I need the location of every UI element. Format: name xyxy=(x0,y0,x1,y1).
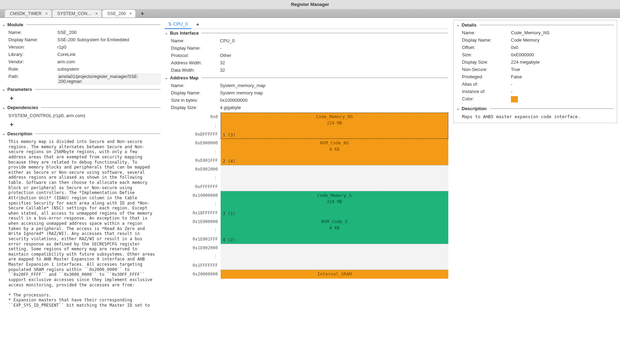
module-section-header[interactable]: ⌄ Module xyxy=(2,22,161,27)
details-description-header[interactable]: ⌄ Description xyxy=(456,106,614,111)
tab-label: SSE_200 xyxy=(107,10,126,17)
details-description-text: Maps to AHB5 master expansion code inter… xyxy=(456,113,614,119)
details-name-value: Code_Memory_NS xyxy=(511,30,614,35)
address-label: 0xE001FFF xyxy=(165,156,218,165)
details-inst-label: Instance of: xyxy=(462,89,511,94)
memory-segment[interactable]: Code_Memory_S224 MB3 (1) xyxy=(221,191,448,217)
address-label: 0x1E002000 xyxy=(165,244,218,252)
chevron-down-icon: ⌄ xyxy=(2,131,6,136)
details-display-value: Code Memory xyxy=(511,37,614,43)
module-display-value: SSE-200 Subsystem for Embedded xyxy=(57,37,161,42)
close-icon[interactable]: × xyxy=(129,10,132,17)
chevron-down-icon: ⌄ xyxy=(456,106,461,111)
details-display-label: Display Name: xyxy=(462,37,511,43)
close-icon[interactable]: × xyxy=(95,10,98,17)
module-panel: ⌄ Module Name:SSE_200 Display Name:SSE-2… xyxy=(0,18,163,364)
segment-name: NVM_Code_NS xyxy=(223,140,446,145)
bus-name-label: Name: xyxy=(171,38,220,43)
add-dependency-button[interactable]: + xyxy=(2,120,13,130)
bus-panel: ⇅ CPU_0 + ⌄ Bus Interface Name:CPU_0 Dis… xyxy=(163,18,450,364)
segment-name: NVM_Code_S xyxy=(223,219,446,224)
bus-interface-section-header[interactable]: ⌄ Bus Interface xyxy=(165,30,448,36)
dependencies-section-header[interactable]: ⌄ Dependencies xyxy=(2,105,161,110)
details-section-header[interactable]: ⌄ Details xyxy=(456,22,614,28)
segment-size: 8 KB xyxy=(223,147,446,152)
chevron-down-icon: ⌄ xyxy=(2,87,6,92)
memory-segment[interactable]: NVM_Code_NS8 KB2 (4) xyxy=(221,139,448,165)
details-priv-value: False xyxy=(511,74,614,79)
memory-segment[interactable]: Code_Memory_NS224 MB1 (3) xyxy=(221,113,448,139)
bus-protocol-value: Other xyxy=(220,53,448,58)
details-color-label: Color: xyxy=(462,96,511,104)
color-swatch[interactable] xyxy=(511,96,518,102)
segment-badge: 1 (3) xyxy=(223,133,235,137)
address-label: 0x0 xyxy=(165,113,218,121)
bus-awidth-value: 32 xyxy=(220,60,448,65)
window-title: Register Manager xyxy=(0,0,620,9)
module-vendor-value: arm.com xyxy=(57,59,161,64)
address-label: ⋮ xyxy=(165,148,218,156)
description-text: This memory map is divided into Secure a… xyxy=(2,138,161,308)
module-path-label: Path: xyxy=(8,74,57,84)
details-size-value: 0xE000000 xyxy=(511,52,614,57)
address-label: 0xE002000 xyxy=(165,165,218,174)
address-label: 0xE000000 xyxy=(165,139,218,148)
tab-label: SYSTEM_CON… xyxy=(57,10,92,17)
tab-cmsdk-timer[interactable]: CMSDK_TIMER × xyxy=(5,10,51,17)
module-role-label: Role: xyxy=(8,66,57,72)
memory-segment[interactable]: Internal_SRAM xyxy=(221,270,448,279)
address-map-section-header[interactable]: ⌄ Address Map xyxy=(165,75,448,80)
close-icon[interactable]: × xyxy=(45,10,48,17)
address-label: ⋮ xyxy=(165,226,218,235)
addrmap-display-label: Display Name: xyxy=(171,90,220,95)
address-label: 0x1E000000 xyxy=(165,217,218,226)
module-role-value: subsystem xyxy=(57,66,161,72)
segment-badge: 4 (2) xyxy=(223,237,235,242)
segment-badge: 3 (1) xyxy=(223,211,235,216)
module-library-value: CoreLink xyxy=(57,52,161,57)
details-alias-value: - xyxy=(511,81,614,87)
dependency-item[interactable]: SYSTEM_CONTROL (r1p0, arm.com) xyxy=(2,112,161,120)
details-dsize-value: 224 megabyte xyxy=(511,59,614,65)
memory-gap xyxy=(221,165,448,191)
details-ns-value: True xyxy=(511,67,614,72)
module-vendor-label: Vendor: xyxy=(8,59,57,64)
details-ns-label: Non-Secure: xyxy=(462,67,511,72)
address-label: ⋮ xyxy=(165,174,218,183)
memory-segment[interactable]: NVM_Code_S8 KB4 (2) xyxy=(221,217,448,244)
address-label: 0xFFFFFFF xyxy=(165,183,218,191)
module-version-value: r1p0 xyxy=(57,44,161,50)
subtab-cpu0[interactable]: ⇅ CPU_0 xyxy=(165,20,191,29)
chevron-down-icon: ⌄ xyxy=(2,105,6,110)
segment-size: 224 MB xyxy=(223,121,446,126)
details-size-label: Size: xyxy=(462,52,511,57)
add-tab-button[interactable]: + xyxy=(138,10,146,17)
addrmap-dsize-label: Display Size: xyxy=(171,105,220,110)
tab-sse200[interactable]: SSE_200 × xyxy=(102,10,135,17)
chevron-down-icon: ⌄ xyxy=(456,23,461,27)
addrmap-size-value: 0x100000000 xyxy=(220,98,448,103)
address-label: 0x10000000 xyxy=(165,191,218,200)
tab-system-control[interactable]: SYSTEM_CON… × xyxy=(52,10,101,17)
memory-map: Code_Memory_NS224 MB1 (3)NVM_Code_NS8 KB… xyxy=(221,113,448,279)
chevron-down-icon: ⌄ xyxy=(165,31,169,35)
address-label: ⋮ xyxy=(165,252,218,261)
address-label: 0x1FFFFFFF xyxy=(165,261,218,270)
address-label: 0xDFFFFFF xyxy=(165,130,218,139)
address-label: 0x20000000 xyxy=(165,270,218,279)
module-path-value[interactable]: amola01/projects/register_manager/SSE-20… xyxy=(57,74,161,84)
module-name-value: SSE_200 xyxy=(57,30,161,35)
add-bus-tab-button[interactable]: + xyxy=(196,21,199,27)
address-ruler: 0x0⋮0xDFFFFFF0xE000000⋮0xE001FFF0xE00200… xyxy=(165,113,221,279)
details-name-label: Name: xyxy=(462,30,511,35)
memory-gap xyxy=(221,244,448,270)
details-priv-label: Privileged: xyxy=(462,74,511,79)
bus-awidth-label: Address Width: xyxy=(171,60,220,65)
details-offset-value: 0x0 xyxy=(511,45,614,50)
bus-dwidth-label: Data Width: xyxy=(171,67,220,73)
description-section-header[interactable]: ⌄ Description xyxy=(2,131,161,136)
add-parameter-button[interactable]: + xyxy=(2,93,13,104)
tab-label: CMSDK_TIMER xyxy=(10,10,42,17)
parameters-section-header[interactable]: ⌄ Parameters xyxy=(2,87,161,92)
segment-name: Code_Memory_NS xyxy=(223,114,446,119)
